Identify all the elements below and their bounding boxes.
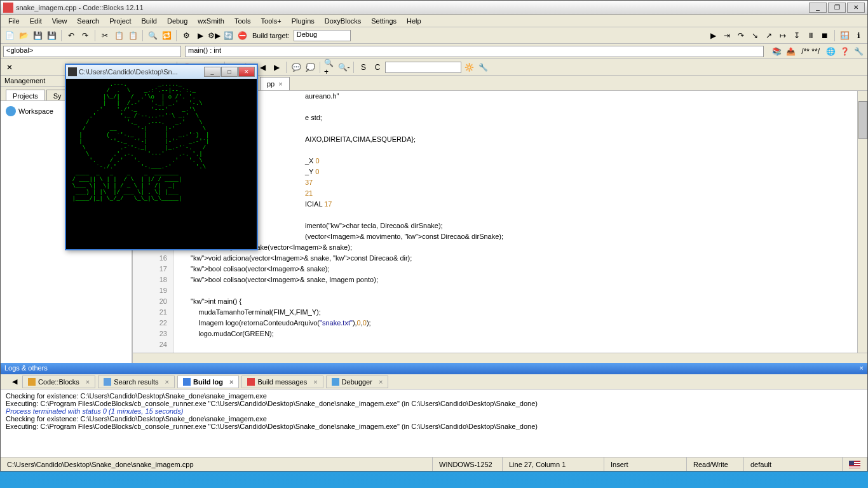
menu-plugins[interactable]: Plugins — [287, 16, 320, 26]
doxy-extract-icon[interactable]: 📤 — [784, 45, 797, 58]
menu-build[interactable]: Build — [136, 16, 161, 26]
debug-windows-icon[interactable]: 🪟 — [838, 29, 851, 42]
function-combo[interactable]: main() : int — [185, 46, 764, 57]
code-content[interactable]: aureano.h"e std;AIXO,DIREITA,CIMA,ESQUER… — [174, 91, 867, 353]
vertical-scrollbar[interactable] — [857, 91, 867, 353]
close-icon[interactable]: × — [165, 378, 169, 386]
logs-tabs-prev-icon[interactable]: ◀ — [10, 377, 20, 386]
copy-icon[interactable]: 📋 — [112, 29, 125, 42]
console-maximize-button[interactable]: □ — [221, 67, 238, 77]
console-close-button[interactable]: ✕ — [238, 67, 255, 77]
close-button[interactable]: ✕ — [847, 3, 865, 13]
run-to-cursor-icon[interactable]: ⇥ — [721, 29, 733, 42]
window-title: snake_imagem.cpp - Code::Blocks 12.11 — [16, 4, 809, 11]
sb-insert-mode: Insert — [604, 458, 687, 471]
build-run-icon[interactable]: ⚙▶ — [208, 29, 220, 42]
logs-close-icon[interactable]: × — [860, 364, 864, 373]
step-into-icon[interactable]: ↘ — [749, 29, 761, 42]
zoom-in-icon[interactable]: 🔍+ — [323, 61, 336, 74]
save-icon[interactable]: 💾 — [31, 29, 44, 42]
next-line-icon[interactable]: ↷ — [735, 29, 747, 42]
search-icon — [104, 378, 111, 386]
uncomment-icon[interactable]: 💭 — [304, 61, 316, 74]
prev-bookmark-icon[interactable]: ◀ — [256, 61, 269, 74]
highlight-c[interactable]: C — [371, 61, 384, 74]
menu-help[interactable]: Help — [402, 16, 426, 26]
undo-icon[interactable]: ↶ — [65, 29, 78, 42]
step-out-icon[interactable]: ↗ — [763, 29, 775, 42]
comment-toggle-icon[interactable]: 💬 — [290, 61, 302, 74]
console-minimize-button[interactable]: _ — [204, 67, 220, 77]
sb-encoding: WINDOWS-1252 — [433, 458, 503, 471]
incremental-search-input[interactable] — [385, 62, 461, 73]
menu-search[interactable]: Search — [72, 16, 104, 26]
zoom-out-icon[interactable]: 🔍- — [337, 61, 350, 74]
log-tab-debugger[interactable]: Debugger× — [326, 376, 389, 388]
menu-view[interactable]: View — [47, 16, 72, 26]
stop-debugger-icon[interactable]: ⏹ — [818, 29, 831, 42]
paste-icon[interactable]: 📋 — [126, 29, 139, 42]
settings-icon[interactable]: 🔧 — [477, 61, 489, 74]
menu-file[interactable]: File — [3, 16, 25, 26]
logs-content[interactable]: Checking for existence: C:\Users\Candido… — [1, 390, 867, 459]
doxy-html-icon[interactable]: 🌐 — [824, 45, 837, 58]
abort-icon[interactable]: ⛔ — [236, 29, 248, 42]
redo-icon[interactable]: ↷ — [79, 29, 92, 42]
next-bookmark-icon[interactable]: ▶ — [270, 61, 283, 74]
app-icon — [3, 3, 13, 13]
log-tab-search[interactable]: Search results× — [98, 376, 175, 388]
minimize-button[interactable]: _ — [809, 3, 827, 13]
debug-continue-icon[interactable]: ▶ — [707, 29, 719, 42]
highlight-s[interactable]: S — [357, 61, 370, 74]
run-icon[interactable]: ▶ — [194, 29, 207, 42]
doxy-icon[interactable]: 📚 — [770, 45, 783, 58]
rebuild-icon[interactable]: 🔄 — [222, 29, 234, 42]
find-icon[interactable]: 🔍 — [146, 29, 159, 42]
close-tab-icon[interactable]: ✕ — [3, 61, 16, 74]
build-icon[interactable]: ⚙ — [180, 29, 193, 42]
save-all-icon[interactable]: 💾 — [45, 29, 58, 42]
menu-settings[interactable]: Settings — [366, 16, 402, 26]
break-icon[interactable]: ⏸ — [804, 29, 817, 42]
console-titlebar[interactable]: C:\Users\Candido\Desktop\Sn... _ □ ✕ — [66, 65, 257, 79]
sb-language-flag[interactable] — [843, 458, 867, 471]
menu-tools[interactable]: Tools — [229, 16, 256, 26]
doxy-comment-button[interactable]: /** **/ — [798, 45, 823, 58]
maximize-button[interactable]: ❐ — [828, 3, 846, 13]
log-tab-build-log[interactable]: Build log× — [177, 376, 239, 388]
tab-projects[interactable]: Projects — [6, 90, 45, 100]
doxy-chm-icon[interactable]: ❓ — [838, 45, 851, 58]
cut-icon[interactable]: ✂ — [98, 29, 111, 42]
editor-tab-label: pp — [267, 80, 275, 88]
separator — [834, 30, 835, 41]
horizontal-scrollbar[interactable] — [133, 353, 867, 363]
new-file-icon[interactable]: 📄 — [3, 29, 16, 42]
doxy-config-icon[interactable]: 🔧 — [852, 45, 865, 58]
scroll-thumb[interactable] — [858, 101, 867, 139]
scope-combo[interactable]: <global> — [3, 46, 181, 57]
menu-wxsmith[interactable]: wxSmith — [193, 16, 229, 26]
separator — [320, 62, 320, 73]
editor-tab-active[interactable]: pp × — [260, 77, 290, 90]
log-tab-codeblocks[interactable]: Code::Blocks× — [22, 376, 95, 388]
step-into-instruction-icon[interactable]: ↧ — [790, 29, 803, 42]
close-icon[interactable]: × — [229, 378, 233, 386]
open-file-icon[interactable]: 📂 — [17, 29, 30, 42]
menu-project[interactable]: Project — [104, 16, 136, 26]
next-instruction-icon[interactable]: ↦ — [776, 29, 789, 42]
menu-doxyblocks[interactable]: DoxyBlocks — [320, 16, 366, 26]
log-tab-label: Build log — [193, 378, 223, 386]
menu-edit[interactable]: Edit — [25, 16, 47, 26]
build-target-combo[interactable]: Debug — [294, 30, 351, 41]
close-icon[interactable]: × — [86, 378, 90, 386]
info-icon[interactable]: ℹ — [852, 29, 865, 42]
highlight-icon[interactable]: 🔆 — [463, 61, 475, 74]
console-window[interactable]: C:\Users\Candido\Desktop\Sn... _ □ ✕ .--… — [65, 64, 258, 250]
close-icon[interactable]: × — [379, 378, 383, 386]
menu-tools-plus[interactable]: Tools+ — [256, 16, 287, 26]
log-tab-build-messages[interactable]: Build messages× — [241, 376, 323, 388]
menu-debug[interactable]: Debug — [162, 16, 193, 26]
close-icon[interactable]: × — [313, 378, 317, 386]
replace-icon[interactable]: 🔁 — [160, 29, 173, 42]
editor-tab-close-icon[interactable]: × — [278, 80, 282, 88]
